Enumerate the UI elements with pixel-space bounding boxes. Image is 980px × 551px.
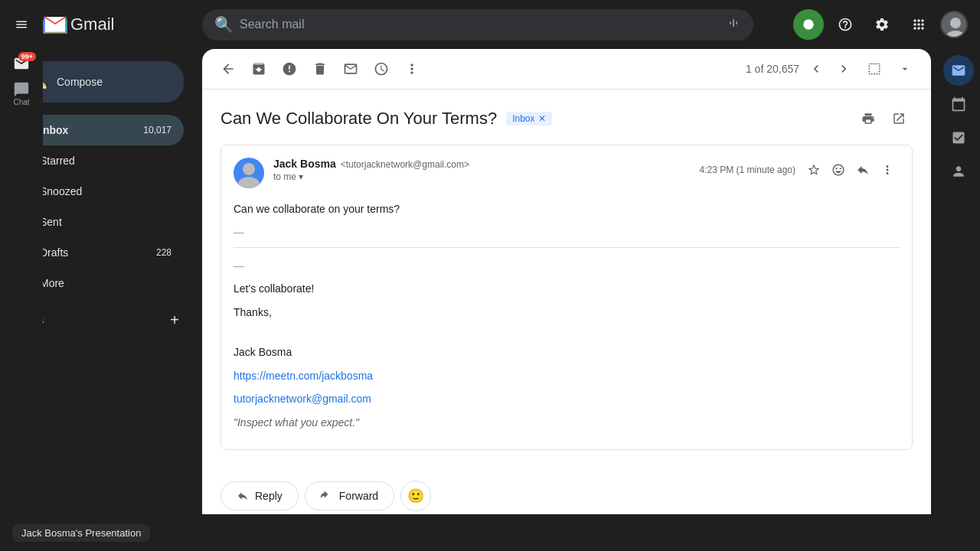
message-time-actions: 4:23 PM (1 minute ago) — [700, 158, 900, 182]
sent-label: Sent — [40, 216, 172, 228]
body-divider-line: — — [234, 257, 900, 274]
compose-label: Compose — [57, 76, 103, 88]
right-contacts-icon[interactable] — [943, 156, 974, 187]
mail-icon-btn[interactable]: 99+ — [13, 55, 30, 75]
forward-label: Forward — [339, 490, 378, 502]
help-button[interactable] — [830, 9, 861, 40]
mark-unread-button[interactable] — [337, 55, 364, 83]
spam-button[interactable] — [276, 55, 303, 83]
svg-point-3 — [946, 31, 965, 38]
sender-name-row: Jack Bosma <tutorjacknetwork@gmail.com> — [273, 158, 700, 170]
right-mail-icon[interactable] — [943, 55, 974, 86]
email-container: 1 of 20,657 — [202, 49, 931, 545]
sidebar-header: Gmail — [0, 9, 196, 40]
right-tasks-icon[interactable] — [943, 122, 974, 153]
more-message-actions-button[interactable] — [875, 158, 900, 182]
svg-point-1 — [803, 19, 813, 29]
account-indicator[interactable] — [793, 9, 824, 40]
body-line1: Can we collaborate on your terms? — [234, 201, 900, 217]
chat-icon-btn[interactable]: Chat — [13, 81, 30, 106]
svg-point-2 — [950, 18, 961, 28]
search-input[interactable] — [240, 18, 726, 31]
view-dropdown-button[interactable] — [891, 55, 919, 83]
email-body-area: Can We Collaborate On Your Terms? Inbox … — [202, 90, 931, 545]
star-message-button[interactable] — [802, 158, 826, 182]
to-me-indicator[interactable]: to me ▾ — [273, 171, 700, 182]
add-label-button[interactable]: + — [165, 311, 184, 329]
email-toolbar: 1 of 20,657 — [202, 49, 931, 90]
sender-avatar — [234, 158, 264, 188]
svg-point-4 — [243, 163, 255, 175]
email-nav-arrows — [802, 55, 858, 83]
inbox-badge-text: Inbox — [512, 113, 534, 124]
header-right-actions — [787, 9, 974, 40]
message-header: Jack Bosma <tutorjacknetwork@gmail.com> … — [234, 158, 900, 188]
delete-button[interactable] — [306, 55, 334, 83]
email-subject-left: Can We Collaborate On Your Terms? Inbox … — [220, 109, 552, 129]
more-label: More — [40, 277, 172, 289]
reply-area: Reply Forward 🙂 — [220, 468, 913, 511]
taskbar-item[interactable]: Jack Bosma's Presentation — [12, 524, 150, 542]
left-icon-strip: 99+ Chat — [0, 49, 43, 514]
prev-email-button[interactable] — [802, 55, 830, 83]
sender-email-address: <tutorjacknetwork@gmail.com> — [341, 159, 469, 170]
inbox-label: Inbox — [40, 124, 131, 136]
next-email-button[interactable] — [830, 55, 858, 83]
user-avatar[interactable] — [940, 11, 968, 38]
sig-link2: tutorjacknetwork@gmail.com — [234, 390, 900, 407]
email-link[interactable]: tutorjacknetwork@gmail.com — [234, 393, 371, 405]
search-icon: 🔍 — [214, 15, 234, 34]
taskbar-item-label: Jack Bosma's Presentation — [21, 527, 141, 539]
open-external-button[interactable] — [885, 105, 913, 132]
right-panel — [937, 49, 980, 551]
drafts-label: Drafts — [40, 246, 144, 259]
mail-badge: 99+ — [18, 52, 36, 61]
view-toggle-button[interactable] — [861, 55, 888, 83]
snoozed-label: Snoozed — [40, 185, 172, 197]
reply-label: Reply — [255, 490, 283, 502]
app-title-text: Gmail — [70, 15, 114, 34]
body-collab: Let's collaborate! — [234, 280, 900, 297]
right-calendar-icon[interactable] — [943, 89, 974, 119]
email-count: 1 of 20,657 — [746, 63, 799, 75]
archive-button[interactable] — [245, 55, 273, 83]
back-to-inbox-button[interactable] — [214, 55, 242, 83]
apps-button[interactable] — [903, 9, 934, 40]
inbox-badge-remove[interactable]: ✕ — [538, 113, 546, 124]
sender-info: Jack Bosma <tutorjacknetwork@gmail.com> … — [273, 158, 700, 182]
search-options-button[interactable] — [726, 15, 741, 34]
settings-button[interactable] — [867, 9, 897, 40]
more-options-button[interactable] — [398, 55, 426, 83]
forward-button[interactable]: Forward — [305, 481, 394, 510]
sig-name: Jack Bosma — [234, 344, 900, 360]
chat-label: Chat — [13, 98, 29, 106]
email-subject: Can We Collaborate On Your Terms? — [220, 109, 497, 129]
hamburger-button[interactable] — [6, 9, 37, 40]
reply-inline-button[interactable] — [851, 158, 875, 182]
starred-label: Starred — [40, 155, 172, 167]
reply-button[interactable]: Reply — [220, 481, 299, 510]
email-content-area: 1 of 20,657 — [196, 49, 937, 551]
search-area: 🔍 — [196, 3, 787, 47]
print-button[interactable] — [854, 105, 882, 132]
meetn-link[interactable]: https://meetn.com/jackbosma — [234, 370, 373, 382]
to-me-chevron: ▾ — [299, 171, 303, 182]
sig-quote: "Inspect what you expect." — [234, 414, 900, 431]
inbox-count: 10,017 — [143, 125, 172, 135]
email-message: Jack Bosma <tutorjacknetwork@gmail.com> … — [220, 145, 913, 450]
email-top-actions — [854, 105, 913, 132]
email-time: 4:23 PM (1 minute ago) — [700, 165, 795, 175]
view-options — [861, 55, 919, 83]
emoji-reaction-button[interactable] — [826, 158, 851, 182]
emoji-reply-button[interactable]: 🙂 — [400, 481, 431, 511]
snooze-button[interactable] — [368, 55, 395, 83]
drafts-count: 228 — [156, 247, 172, 258]
header: Gmail 🔍 — [0, 0, 980, 49]
body-ellipsis: — — [234, 223, 900, 240]
gmail-logo: Gmail — [43, 15, 114, 34]
main-layout: ✏️ Compose Inbox 10,017 ☆ Starred 🔔 Sn — [0, 49, 980, 551]
taskbar: Jack Bosma's Presentation — [0, 514, 980, 551]
body-thanks: Thanks, — [234, 304, 900, 321]
inbox-badge: Inbox ✕ — [506, 112, 551, 126]
email-count-text: 1 of 20,657 — [746, 63, 799, 75]
